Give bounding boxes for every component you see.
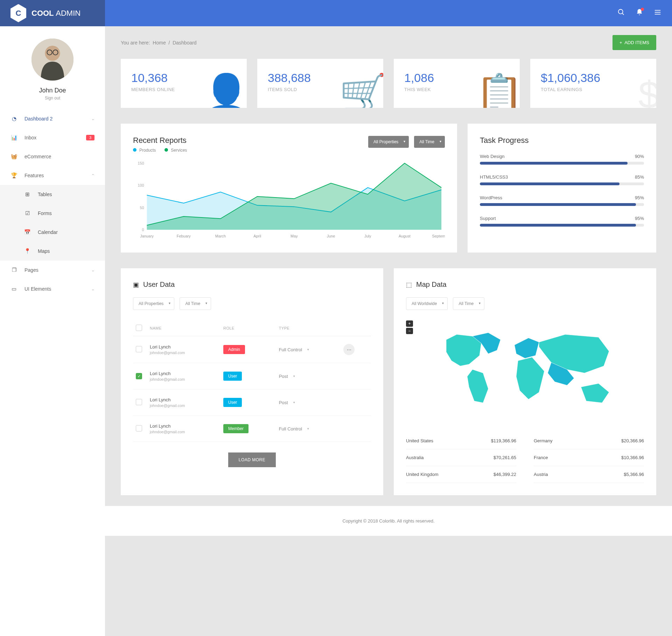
type-select[interactable]: Post▾	[279, 400, 338, 405]
nav-label: UI Elements	[24, 286, 51, 292]
stat-bg-icon: 📋	[475, 71, 520, 108]
avatar[interactable]	[31, 39, 74, 81]
country-name: France	[534, 455, 548, 460]
task-bar	[480, 162, 644, 165]
stat-bg-icon: 🛒	[339, 71, 383, 108]
userdata-filter-time[interactable]: All Time	[180, 297, 211, 310]
col-type: TYPE	[276, 320, 341, 336]
stats-row: 10,368 MEMBERS ONLINE 👤388,688 ITEMS SOL…	[121, 59, 656, 108]
breadcrumb-home[interactable]: Home	[153, 40, 166, 46]
row-checkbox[interactable]	[136, 425, 142, 431]
task-pct: 95%	[635, 195, 644, 200]
nav-item-maps[interactable]: 📍Maps	[0, 242, 105, 261]
add-items-button[interactable]: + ADD ITEMS	[612, 35, 656, 50]
role-badge: User	[223, 372, 242, 381]
more-button[interactable]: ⋯	[343, 344, 355, 355]
nav-icon: 📅	[24, 229, 31, 235]
user-name: Lori Lynch	[150, 423, 218, 429]
country-value: $70,261.65	[493, 455, 516, 460]
chevron-icon: ⌄	[91, 117, 94, 121]
type-select[interactable]: Post▾	[279, 374, 338, 379]
nav-item-forms[interactable]: ☑Forms	[0, 204, 105, 223]
nav-icon: 🧺	[10, 153, 18, 160]
country-value: $20,366.96	[621, 438, 644, 443]
reports-card: Recent Reports ProductsServices All Prop…	[121, 124, 457, 253]
sign-out-link[interactable]: Sign out	[0, 96, 105, 101]
zoom-in-button[interactable]: +	[406, 320, 413, 327]
bell-icon[interactable]	[636, 8, 643, 18]
reports-filter-properties[interactable]: All Properties	[368, 136, 409, 148]
svg-text:50: 50	[140, 206, 144, 210]
country-name: United Kingdom	[406, 472, 439, 477]
col-role: ROLE	[220, 320, 276, 336]
map-stat-row: Germany$20,366.96	[534, 433, 644, 449]
user-email: johndoe@gmail.com	[150, 377, 218, 381]
user-data-icon: ▣	[133, 281, 139, 289]
stat-card: $1,060,386 TOTAL EARNINGS $	[530, 59, 656, 108]
type-select[interactable]: Full Control▾	[279, 426, 338, 431]
chevron-icon: ⌄	[91, 287, 94, 291]
user-data-card: ▣User Data All Properties All Time NAME …	[121, 268, 383, 495]
task-bar	[480, 203, 644, 206]
nav-icon: ☑	[24, 210, 31, 216]
stat-label: TOTAL EARNINGS	[541, 87, 646, 92]
svg-text:150: 150	[138, 161, 144, 165]
svg-line-5	[622, 13, 624, 15]
task-label: Web Design	[480, 154, 505, 159]
nav-item-features[interactable]: 🏆Features⌃	[0, 166, 105, 185]
country-value: $119,366.96	[491, 438, 516, 443]
task-item: Web Design90%	[480, 154, 644, 165]
row-checkbox[interactable]: ✓	[136, 373, 142, 379]
select-all-checkbox[interactable]	[136, 325, 142, 331]
task-pct: 85%	[635, 174, 644, 180]
nav-item-dashboard-2[interactable]: ◔Dashboard 2⌄	[0, 109, 105, 128]
svg-text:100: 100	[138, 183, 144, 187]
user-data-title: User Data	[143, 281, 175, 289]
row-checkbox[interactable]	[136, 399, 142, 405]
logo[interactable]: C COOL ADMIN	[0, 0, 105, 26]
country-value: $5,366.96	[624, 472, 644, 477]
legend-item: Products	[133, 148, 156, 153]
svg-text:May: May	[290, 234, 298, 238]
nav-label: Pages	[24, 267, 38, 273]
row-checkbox[interactable]	[136, 346, 142, 352]
table-row: Lori Lynchjohndoe@gmail.com User Post▾	[133, 389, 371, 416]
profile: John Doe Sign out	[0, 26, 105, 109]
nav-item-ecommerce[interactable]: 🧺eCommerce	[0, 147, 105, 166]
task-progress-card: Task Progress Web Design90% HTML5/CSS385…	[468, 124, 656, 253]
map-stat-row: Austria$5,366.96	[534, 466, 644, 483]
search-icon[interactable]	[617, 8, 625, 18]
load-more-button[interactable]: LOAD MORE	[228, 452, 276, 467]
task-label: Support	[480, 216, 496, 221]
breadcrumb-current: Dashboard	[173, 40, 197, 46]
reports-filter-time[interactable]: All Time	[414, 136, 445, 148]
nav-item-inbox[interactable]: 📊Inbox3	[0, 128, 105, 147]
zoom-out-button[interactable]: −	[406, 328, 413, 334]
stat-bg-icon: $	[638, 72, 656, 108]
chevron-icon: ⌄	[91, 268, 94, 272]
breadcrumb: You are here: Home / Dashboard	[121, 40, 197, 46]
breadcrumb-row: You are here: Home / Dashboard + ADD ITE…	[105, 26, 672, 59]
nav-item-tables[interactable]: ⊞Tables	[0, 185, 105, 204]
nav-item-calendar[interactable]: 📅Calendar	[0, 223, 105, 242]
mapdata-filter-worldwide[interactable]: All Worldwide	[406, 297, 448, 310]
main: You are here: Home / Dashboard + ADD ITE…	[105, 0, 672, 636]
nav-item-ui-elements[interactable]: ▭UI Elements⌄	[0, 279, 105, 298]
nav-label: Calendar	[38, 229, 58, 235]
menu-icon[interactable]	[654, 8, 662, 18]
user-email: johndoe@gmail.com	[150, 430, 218, 434]
logo-bold: COOL	[31, 9, 54, 18]
svg-text:April: April	[253, 234, 261, 238]
nav-icon: ❐	[10, 267, 18, 273]
userdata-filter-properties[interactable]: All Properties	[133, 297, 174, 310]
nav-label: Forms	[38, 210, 52, 216]
nav-item-pages[interactable]: ❐Pages⌄	[0, 261, 105, 279]
mapdata-filter-time[interactable]: All Time	[453, 297, 484, 310]
svg-text:June: June	[327, 234, 335, 238]
task-bar	[480, 224, 644, 227]
nav-label: Dashboard 2	[24, 116, 52, 122]
nav-badge: 3	[86, 135, 94, 140]
world-map[interactable]: + −	[406, 320, 644, 419]
svg-text:January: January	[140, 234, 154, 238]
type-select[interactable]: Full Control▾	[279, 347, 338, 352]
